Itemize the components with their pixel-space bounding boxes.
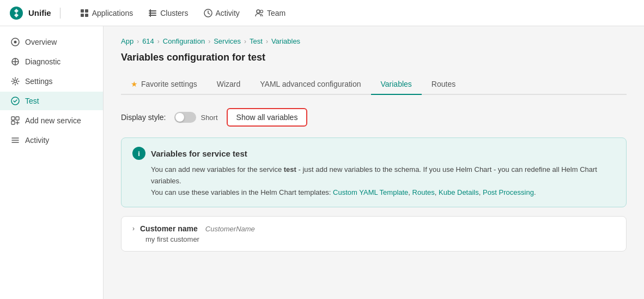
info-card: i Variables for service test You can add… xyxy=(121,137,627,207)
expand-icon[interactable]: › xyxy=(132,225,135,232)
info-card-title-text: Variables for service test xyxy=(151,149,247,158)
nav-applications-label: Applications xyxy=(92,9,133,17)
var-card-header: › Customer name CustomerName xyxy=(132,224,615,233)
svg-rect-1 xyxy=(85,9,88,13)
breadcrumb-sep-2: › xyxy=(208,38,210,45)
sidebar-item-overview-label: Overview xyxy=(25,38,57,46)
var-card-name: Customer name xyxy=(140,224,198,233)
display-style-toggle[interactable] xyxy=(174,112,196,123)
svg-rect-2 xyxy=(81,14,84,17)
clusters-icon xyxy=(148,9,157,17)
breadcrumb-614[interactable]: 614 xyxy=(142,37,154,45)
breadcrumb-services[interactable]: Services xyxy=(214,37,241,45)
link-custom-yaml[interactable]: Custom YAML Template xyxy=(333,188,408,196)
sidebar-item-add-new-service[interactable]: Add new service xyxy=(0,111,103,130)
breadcrumb: App › 614 › Configuration › Services › T… xyxy=(121,37,627,45)
breadcrumb-variables[interactable]: Variables xyxy=(271,37,300,45)
add-icon xyxy=(11,116,20,125)
logo-area: Unifie xyxy=(9,5,65,21)
sidebar-item-overview[interactable]: Overview xyxy=(0,33,103,51)
sidebar-item-add-new-service-label: Add new service xyxy=(25,116,81,125)
breadcrumb-sep-0: › xyxy=(137,38,139,45)
breadcrumb-configuration[interactable]: Configuration xyxy=(163,37,205,45)
list-icon xyxy=(11,136,20,145)
logo-divider xyxy=(60,8,60,19)
var-card-value: my first customer xyxy=(132,235,615,243)
breadcrumb-test[interactable]: Test xyxy=(250,37,263,45)
nav-team[interactable]: Team xyxy=(248,5,292,21)
apps-icon xyxy=(80,9,89,17)
toggle-knob xyxy=(175,113,184,122)
breadcrumb-sep-3: › xyxy=(244,38,246,45)
svg-point-14 xyxy=(14,80,17,83)
info-icon: i xyxy=(132,147,145,160)
tabs: ★ Favorite settings Wizard YAML advanced… xyxy=(121,74,627,95)
tab-yaml-label: YAML advanced configuration xyxy=(260,80,361,88)
tab-yaml[interactable]: YAML advanced configuration xyxy=(250,74,370,95)
sidebar-item-diagnostic[interactable]: Diagnostic xyxy=(0,52,103,71)
tab-routes-label: Routes xyxy=(432,80,455,88)
activity-icon xyxy=(204,9,212,17)
breadcrumb-sep-1: › xyxy=(157,38,160,45)
info-line-1: You can add new variables for the servic… xyxy=(151,165,597,185)
page-title: Variables configuration for test xyxy=(121,52,627,63)
display-style-label: Display style: xyxy=(121,113,166,122)
tab-wizard-label: Wizard xyxy=(217,80,241,88)
nav-activity-label: Activity xyxy=(216,9,240,17)
overview-icon xyxy=(11,38,20,46)
show-all-variables-button[interactable]: Show all variables xyxy=(227,108,308,127)
display-style-row: Display style: Short Show all variables xyxy=(121,108,627,127)
sidebar-item-diagnostic-label: Diagnostic xyxy=(25,57,60,66)
star-icon: ★ xyxy=(131,80,138,88)
breadcrumb-sep-4: › xyxy=(266,38,268,45)
tab-variables[interactable]: Variables xyxy=(371,74,422,95)
tab-favorite-label: Favorite settings xyxy=(141,80,197,88)
info-card-text: You can add new variables for the servic… xyxy=(132,164,615,198)
sidebar-item-activity[interactable]: Activity xyxy=(0,131,103,150)
nav-activity[interactable]: Activity xyxy=(197,5,246,21)
toggle-wrap: Short xyxy=(174,112,217,123)
svg-point-9 xyxy=(257,10,260,13)
svg-rect-16 xyxy=(11,117,15,120)
sidebar-item-test[interactable]: Test xyxy=(0,92,103,110)
tab-routes[interactable]: Routes xyxy=(422,74,465,95)
sidebar-item-settings[interactable]: Settings xyxy=(0,72,103,91)
tab-variables-label: Variables xyxy=(381,80,412,88)
var-card-key: CustomerName xyxy=(205,225,255,233)
main-content: App › 614 › Configuration › Services › T… xyxy=(104,26,644,299)
logo-icon xyxy=(9,5,24,21)
svg-rect-3 xyxy=(85,14,88,17)
link-routes[interactable]: Routes xyxy=(412,188,435,196)
toggle-label: Short xyxy=(201,113,217,122)
nav-clusters-label: Clusters xyxy=(160,9,188,17)
layout: Overview Diagnostic Settings Test xyxy=(0,26,644,299)
link-kube-details[interactable]: Kube Details xyxy=(439,188,479,196)
tab-favorite[interactable]: ★ Favorite settings xyxy=(121,74,207,95)
diagnostic-icon xyxy=(11,57,20,66)
svg-rect-17 xyxy=(16,117,19,120)
svg-point-12 xyxy=(14,41,17,44)
sidebar: Overview Diagnostic Settings Test xyxy=(0,26,104,299)
tab-wizard[interactable]: Wizard xyxy=(207,74,251,95)
sidebar-item-activity-label: Activity xyxy=(25,136,49,145)
settings-icon xyxy=(11,77,20,86)
variable-card-customername: › Customer name CustomerName my first cu… xyxy=(121,216,627,252)
nav-clusters[interactable]: Clusters xyxy=(142,5,195,21)
nav-applications[interactable]: Applications xyxy=(74,5,140,21)
app-name: Unifie xyxy=(28,8,51,17)
test-icon xyxy=(11,97,20,105)
top-bar: Unifie Applications Clusters xyxy=(0,0,644,26)
svg-point-10 xyxy=(260,10,263,13)
svg-rect-7 xyxy=(150,9,151,17)
top-nav: Applications Clusters Activity xyxy=(74,5,292,21)
svg-rect-18 xyxy=(11,121,15,124)
sidebar-item-settings-label: Settings xyxy=(25,77,53,86)
sidebar-item-test-label: Test xyxy=(25,97,39,105)
link-post-processing[interactable]: Post Processing xyxy=(483,188,534,196)
team-icon xyxy=(255,9,264,17)
info-line-2: You can use these variables in the Helm … xyxy=(151,188,536,196)
svg-rect-0 xyxy=(81,9,84,13)
info-card-title: i Variables for service test xyxy=(132,147,615,160)
breadcrumb-app[interactable]: App xyxy=(121,37,133,45)
nav-team-label: Team xyxy=(267,9,285,17)
